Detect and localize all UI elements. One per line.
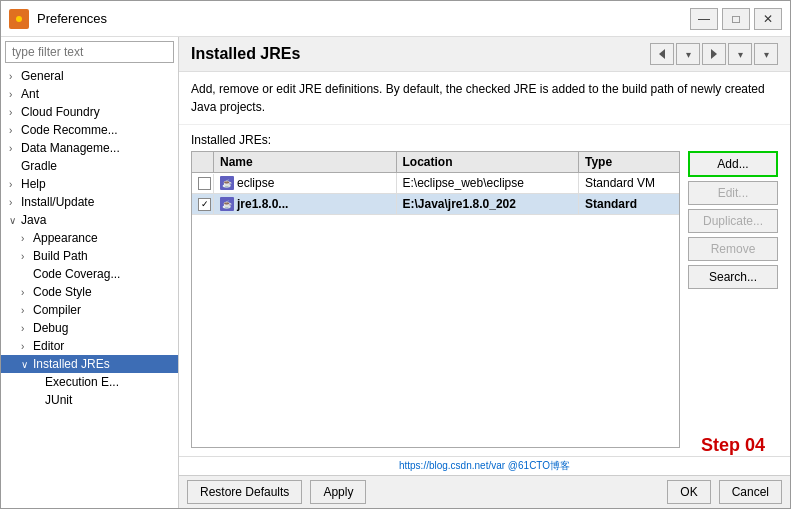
checkbox-cell[interactable] <box>192 174 214 193</box>
sidebar-item-general[interactable]: › General <box>1 67 178 85</box>
toolbar: ▾ ▾ ▾ <box>650 43 778 65</box>
sidebar-item-label: Code Coverag... <box>33 267 174 281</box>
sidebar-item-label: Gradle <box>21 159 174 173</box>
sidebar-item-appearance[interactable]: › Appearance <box>1 229 178 247</box>
sidebar-item-label: Debug <box>33 321 174 335</box>
dropdown-button[interactable]: ▾ <box>676 43 700 65</box>
step-label: Step 04 <box>701 435 765 456</box>
location-cell: E:\Java\jre1.8.0_202 <box>397 194 580 214</box>
jre-name: jre1.8.0... <box>237 197 288 211</box>
menu-button[interactable]: ▾ <box>754 43 778 65</box>
content-area: › General › Ant › Cloud Foundry › Code R… <box>1 37 790 508</box>
sidebar-item-install-update[interactable]: › Install/Update <box>1 193 178 211</box>
svg-marker-2 <box>659 49 665 59</box>
panel-description: Add, remove or edit JRE definitions. By … <box>179 72 790 125</box>
bottom-bar: Restore Defaults Apply OK Cancel <box>179 475 790 508</box>
forward-dropdown-button[interactable]: ▾ <box>728 43 752 65</box>
sidebar-item-code-recommenders[interactable]: › Code Recomme... <box>1 121 178 139</box>
arrow-icon: ∨ <box>9 215 21 226</box>
arrow-icon: › <box>21 233 33 244</box>
restore-defaults-button[interactable]: Restore Defaults <box>187 480 302 504</box>
jre-name: eclipse <box>237 176 274 190</box>
sidebar-item-label: Execution E... <box>45 375 174 389</box>
sidebar-item-data-management[interactable]: › Data Manageme... <box>1 139 178 157</box>
arrow-icon: › <box>21 287 33 298</box>
arrow-icon: › <box>9 125 21 136</box>
sidebar-item-label: Cloud Foundry <box>21 105 174 119</box>
svg-marker-3 <box>711 49 717 59</box>
table-row[interactable]: ☕ eclipse E:\eclipse_web\eclipse Standar… <box>192 173 679 194</box>
panel-title: Installed JREs <box>191 45 650 63</box>
sidebar-item-execution-env[interactable]: › Execution E... <box>1 373 178 391</box>
sidebar-item-ant[interactable]: › Ant <box>1 85 178 103</box>
apply-button[interactable]: Apply <box>310 480 366 504</box>
title-bar: Preferences — □ ✕ <box>1 1 790 37</box>
jre-checkbox[interactable] <box>198 177 211 190</box>
cancel-button[interactable]: Cancel <box>719 480 782 504</box>
table-label: Installed JREs: <box>191 133 778 147</box>
sidebar-item-junit[interactable]: › JUnit <box>1 391 178 409</box>
search-button[interactable]: Search... <box>688 265 778 289</box>
location-cell: E:\eclipse_web\eclipse <box>397 173 580 193</box>
arrow-icon: › <box>9 107 21 118</box>
arrow-icon: › <box>9 89 21 100</box>
remove-button[interactable]: Remove <box>688 237 778 261</box>
jre-table[interactable]: Name Location Type ☕ eclipse <box>191 151 680 448</box>
sidebar-item-build-path[interactable]: › Build Path <box>1 247 178 265</box>
maximize-button[interactable]: □ <box>722 8 750 30</box>
sidebar-item-label: Code Recomme... <box>21 123 174 137</box>
sidebar-item-label: Editor <box>33 339 174 353</box>
name-col-header: Name <box>214 152 397 172</box>
app-icon <box>9 9 29 29</box>
window-title: Preferences <box>37 11 690 26</box>
name-cell: ☕ jre1.8.0... <box>214 194 397 214</box>
sidebar-item-debug[interactable]: › Debug <box>1 319 178 337</box>
sidebar-item-label: Ant <box>21 87 174 101</box>
forward-button[interactable] <box>702 43 726 65</box>
watermark: https://blog.csdn.net/var @61CTO博客 <box>179 456 790 475</box>
sidebar-item-editor[interactable]: › Editor <box>1 337 178 355</box>
sidebar-item-label: Appearance <box>33 231 174 245</box>
panel-header: Installed JREs ▾ ▾ ▾ <box>179 37 790 72</box>
tree-area: › General › Ant › Cloud Foundry › Code R… <box>1 67 178 508</box>
sidebar-item-compiler[interactable]: › Compiler <box>1 301 178 319</box>
arrow-icon: › <box>9 143 21 154</box>
sidebar-item-java[interactable]: ∨ Java <box>1 211 178 229</box>
arrow-icon: › <box>21 251 33 262</box>
window-controls: — □ ✕ <box>690 8 782 30</box>
filter-input[interactable] <box>5 41 174 63</box>
sidebar-item-gradle[interactable]: › Gradle <box>1 157 178 175</box>
type-col-header: Type <box>579 152 679 172</box>
sidebar-item-label: Code Style <box>33 285 174 299</box>
type-cell: Standard <box>579 194 679 214</box>
sidebar-item-code-style[interactable]: › Code Style <box>1 283 178 301</box>
jre-checkbox[interactable] <box>198 198 211 211</box>
sidebar-item-code-coverage[interactable]: › Code Coverag... <box>1 265 178 283</box>
sidebar: › General › Ant › Cloud Foundry › Code R… <box>1 37 179 508</box>
minimize-button[interactable]: — <box>690 8 718 30</box>
sidebar-item-installed-jres[interactable]: ∨ Installed JREs <box>1 355 178 373</box>
sidebar-item-label: Data Manageme... <box>21 141 174 155</box>
sidebar-item-label: Install/Update <box>21 195 174 209</box>
table-header: Name Location Type <box>192 152 679 173</box>
step-text: Step 04 <box>701 435 765 455</box>
back-button[interactable] <box>650 43 674 65</box>
jre-icon: ☕ <box>220 197 234 211</box>
close-button[interactable]: ✕ <box>754 8 782 30</box>
sidebar-item-help[interactable]: › Help <box>1 175 178 193</box>
duplicate-button[interactable]: Duplicate... <box>688 209 778 233</box>
sidebar-item-cloud-foundry[interactable]: › Cloud Foundry <box>1 103 178 121</box>
table-container: Name Location Type ☕ eclipse <box>191 151 778 448</box>
action-buttons: Add... Edit... Duplicate... Remove Searc… <box>680 151 778 448</box>
arrow-icon: › <box>9 197 21 208</box>
preferences-window: Preferences — □ ✕ › General › Ant <box>0 0 791 509</box>
table-row[interactable]: ☕ jre1.8.0... E:\Java\jre1.8.0_202 Stand… <box>192 194 679 215</box>
add-button[interactable]: Add... <box>688 151 778 177</box>
jre-icon: ☕ <box>220 176 234 190</box>
sidebar-item-label: JUnit <box>45 393 174 407</box>
ok-button[interactable]: OK <box>667 480 710 504</box>
checkbox-cell[interactable] <box>192 195 214 214</box>
type-cell: Standard VM <box>579 173 679 193</box>
edit-button[interactable]: Edit... <box>688 181 778 205</box>
sidebar-item-label: General <box>21 69 174 83</box>
